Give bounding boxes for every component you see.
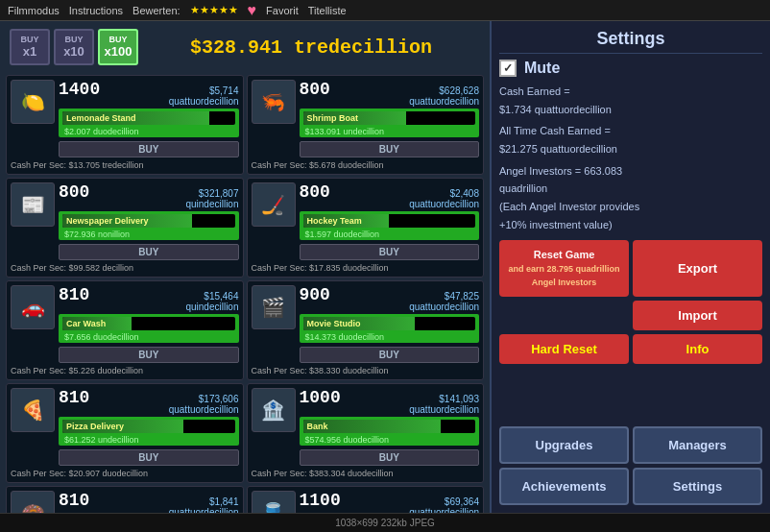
business-name: Car Wash: [66, 319, 106, 328]
buy-header: BUY x1 BUY x10 BUY x100 $328.941 tredeci…: [4, 25, 486, 69]
settings-button[interactable]: Settings: [633, 468, 762, 505]
business-top: 🎬 900 $47,825quattuordecillion Movie Stu…: [252, 285, 480, 363]
favorit-btn[interactable]: Favorit: [266, 5, 299, 16]
buy-x1-button[interactable]: BUY x1: [10, 29, 50, 65]
business-cps: Cash Per Sec: $5.226 duodecillion: [11, 366, 239, 375]
top-bar: Filmmodus Instructions Bewerten: ★★★★★ ♥…: [0, 0, 770, 21]
business-card-7: 🏦 1000 $141,093quattuordecillion Bank $5…: [247, 383, 485, 483]
business-cost: $72.936 nonillion: [62, 230, 235, 239]
business-cost: $133.091 undecillion: [303, 127, 476, 136]
buy-x10-button[interactable]: BUY x10: [54, 29, 94, 65]
business-name-bar: Car Wash $7.656 duodecillion: [59, 314, 239, 343]
hard-reset-button[interactable]: Hard Reset: [499, 334, 629, 364]
achievements-button[interactable]: Achievements: [499, 468, 629, 505]
upgrades-button[interactable]: Upgrades: [499, 426, 629, 464]
business-cps: Cash Per Sec: $99.582 decillion: [11, 263, 239, 273]
business-buy-button[interactable]: BUY: [59, 347, 239, 363]
status-text: 1038×699 232kb JPEG: [335, 518, 435, 528]
count-price-row: 1000 $141,093quattuordecillion: [300, 388, 480, 415]
business-cost: $574.956 duodecillion: [303, 435, 476, 445]
business-card-6: 🍕 810 $173,606quattuordecillion Pizza De…: [6, 383, 244, 483]
business-card-3: 🏒 800 $2,408quattuordecillion Hockey Tea…: [247, 178, 485, 278]
mute-label: Mute: [524, 60, 560, 77]
business-icon: 🎬: [252, 285, 296, 329]
business-icon: 🍋: [11, 80, 55, 124]
business-buy-button[interactable]: BUY: [300, 347, 480, 363]
business-count: 810: [59, 285, 89, 304]
business-count: 800: [300, 80, 330, 99]
business-card-0: 🍋 1400 $5,714quattuordecillion Lemonade …: [6, 75, 244, 175]
business-top: 🚗 810 $15,464quindecillion Car Wash $7.6…: [11, 285, 239, 363]
business-price: $2,408quattuordecillion: [409, 188, 479, 209]
business-cost: $61.252 undecillion: [62, 435, 235, 445]
business-top: 📰 800 $321,807quindecillion Newspaper De…: [11, 182, 239, 260]
business-count: 1000: [300, 388, 341, 407]
business-count: 810: [59, 491, 89, 510]
right-panel: Settings Mute Cash Earned = $1.734 quatt…: [490, 21, 770, 513]
business-icon: 🏒: [252, 182, 296, 227]
business-info: 810 $15,464quindecillion Car Wash $7.656…: [59, 285, 239, 363]
stars-rating[interactable]: ★★★★★: [190, 4, 238, 16]
business-cost: $14.373 duodecillion: [303, 332, 476, 342]
business-name: Newspaper Delivery: [66, 216, 149, 226]
progress-bar: Shrimp Boat: [303, 111, 476, 125]
left-panel: BUY x1 BUY x10 BUY x100 $328.941 tredeci…: [0, 21, 490, 513]
instructions-btn[interactable]: Instructions: [69, 5, 123, 16]
business-top: 🏦 1000 $141,093quattuordecillion Bank $5…: [252, 388, 480, 466]
cash-earned-label: Cash Earned =: [499, 83, 762, 101]
business-count: 800: [59, 182, 89, 202]
count-price-row: 800 $321,807quindecillion: [59, 182, 239, 209]
count-price-row: 800 $2,408quattuordecillion: [300, 182, 480, 209]
business-info: 810 $173,606quattuordecillion Pizza Deli…: [59, 388, 239, 466]
angel-unit: quadrillion: [499, 180, 762, 198]
business-count: 900: [300, 285, 330, 304]
business-cps: Cash Per Sec: $20.907 duodecillion: [11, 469, 239, 478]
info-button[interactable]: Info: [633, 334, 762, 364]
business-name-bar: Hockey Team $1.597 duodecillion: [300, 211, 480, 240]
export-button[interactable]: Export: [633, 240, 762, 298]
business-card-4: 🚗 810 $15,464quindecillion Car Wash $7.6…: [6, 280, 244, 380]
business-name-bar: Shrimp Boat $133.091 undecillion: [300, 109, 480, 137]
business-buy-button[interactable]: BUY: [300, 244, 480, 260]
business-icon: 🍩: [11, 491, 55, 513]
cash-earned-value: $1.734 quattuordecillion: [499, 101, 762, 119]
mute-checkbox[interactable]: [499, 60, 517, 77]
business-name-bar: Lemonade Stand $2.007 duodecillion: [59, 109, 239, 137]
business-price: $5,714quattuordecillion: [169, 85, 239, 107]
buy-x100-button[interactable]: BUY x100: [98, 29, 138, 65]
business-card-2: 📰 800 $321,807quindecillion Newspaper De…: [6, 178, 244, 278]
titelliste-btn[interactable]: Titelliste: [308, 5, 347, 16]
business-cost: $1.597 duodecillion: [303, 230, 476, 239]
business-price: $321,807quindecillion: [185, 188, 238, 209]
business-cost: $7.656 duodecillion: [62, 332, 235, 342]
business-count: 810: [59, 388, 89, 407]
filmmodus-btn[interactable]: Filmmodus: [8, 5, 60, 16]
count-price-row: 1400 $5,714quattuordecillion: [59, 80, 239, 107]
business-buy-button[interactable]: BUY: [59, 244, 239, 260]
business-price: $628,628quattuordecillion: [409, 85, 479, 107]
import-button[interactable]: Import: [633, 301, 762, 330]
angel-label: Angel Investors = 663.083: [499, 162, 762, 181]
business-name: Hockey Team: [307, 216, 362, 226]
business-info: 800 $2,408quattuordecillion Hockey Team …: [300, 182, 480, 260]
business-price: $69,364quattuordecillion: [409, 496, 479, 513]
managers-button[interactable]: Managers: [633, 426, 762, 464]
business-card-5: 🎬 900 $47,825quattuordecillion Movie Stu…: [247, 280, 485, 380]
business-icon: 🏦: [252, 388, 296, 432]
progress-bar: Lemonade Stand: [62, 111, 235, 125]
business-buy-button[interactable]: BUY: [59, 141, 239, 157]
business-price: $173,606quattuordecillion: [169, 394, 239, 415]
mute-row: Mute: [499, 60, 762, 77]
business-name-bar: Movie Studio $14.373 duodecillion: [300, 314, 480, 343]
business-name-bar: Pizza Delivery $61.252 undecillion: [59, 417, 239, 446]
business-buy-button[interactable]: BUY: [59, 449, 239, 466]
business-buy-button[interactable]: BUY: [300, 141, 480, 157]
business-name-bar: Bank $574.956 duodecillion: [300, 417, 480, 446]
business-cps: Cash Per Sec: $13.705 tredecillion: [11, 160, 239, 170]
business-cost: $2.007 duodecillion: [62, 127, 235, 136]
progress-bar: Bank: [303, 420, 476, 433]
business-buy-button[interactable]: BUY: [300, 449, 480, 466]
business-count: 1400: [59, 80, 100, 99]
reset-game-button[interactable]: Reset Game and earn 28.795 quadrillion A…: [499, 240, 629, 298]
progress-bar: Car Wash: [62, 317, 235, 330]
